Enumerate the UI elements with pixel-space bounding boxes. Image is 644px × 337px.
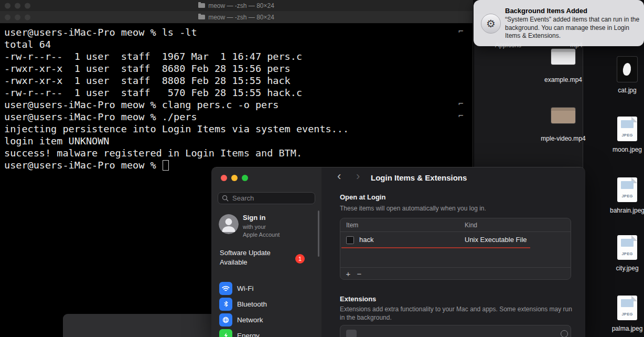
terminal-line: -rw-r--r-- 1 user staff 1967 Mar 1 16:47… (4, 50, 349, 62)
file-item[interactable]: JPEGcity.jpeg (606, 235, 644, 272)
sidebar-item-label: Bluetooth (237, 300, 267, 308)
file-item[interactable]: JPEGmoon.jpeg (606, 117, 644, 153)
minimize-button[interactable] (15, 14, 20, 20)
sidebar-item-label: Wi-Fi (237, 285, 253, 292)
sidebar-scrollbar[interactable] (318, 210, 319, 257)
file-label: cat.jpg (618, 87, 636, 94)
sidebar-item-network[interactable]: Network (211, 312, 318, 327)
settings-gear-icon: ⚙ (481, 14, 501, 34)
jpeg-badge-label: JPEG (617, 312, 637, 317)
open-at-login-desc: These items will open automatically when… (340, 204, 573, 213)
file-label: city.jpeg (616, 265, 638, 272)
notification-banner[interactable]: ⚙ Background Items Added “System Events”… (474, 0, 644, 46)
image-thumbnail (617, 57, 637, 82)
sidebar-item-sign-in[interactable]: Sign in with your Apple Account (211, 212, 318, 242)
prompt-mark: ⌐ (458, 99, 464, 109)
row-item-kind: Unix Executable File (465, 236, 527, 244)
sidebar-item-label: Energy (237, 332, 260, 337)
jpeg-file-icon: JPEG (617, 235, 637, 260)
executable-icon (346, 236, 354, 244)
jpeg-badge-label: JPEG (617, 133, 637, 138)
extensions-card (340, 325, 571, 337)
system-settings-window[interactable]: Sign in with your Apple Account Software… (211, 167, 585, 337)
notification-body: “System Events” added items that can run… (505, 16, 640, 40)
file-item[interactable]: JPEGpalma.jpeg (606, 296, 644, 332)
column-header-item: Item (346, 222, 358, 229)
search-input[interactable] (231, 194, 311, 203)
search-icon (222, 195, 229, 202)
window-controls[interactable] (5, 14, 30, 20)
terminal-line: user@users-iMac-Pro meow % ./pers (4, 111, 349, 123)
terminal-line: login item UNKNOWN (4, 135, 349, 147)
bluetooth-icon (219, 298, 232, 311)
folder-icon (198, 15, 205, 19)
add-item-button[interactable]: + (344, 269, 353, 278)
settings-sidebar: Sign in with your Apple Account Software… (211, 167, 322, 337)
terminal-line: total 64 (4, 38, 349, 50)
sign-in-sub2: Apple Account (243, 231, 280, 238)
software-update-line1: Software Update (220, 249, 271, 257)
terminal-line: -rwxr-xr-x 1 user staff 8808 Feb 28 15:5… (4, 75, 349, 87)
jpeg-badge-label: JPEG (617, 194, 637, 198)
video-thumbnail (551, 49, 575, 65)
gear-glyph: ⚙ (486, 17, 496, 30)
search-field[interactable] (218, 192, 315, 204)
desktop: { "terminal": { "tabs": ["meow — -zsh — … (0, 0, 644, 337)
sidebar-item-label: Network (237, 316, 263, 324)
video-thumbnail (551, 108, 575, 123)
thumbnail-header (551, 108, 575, 111)
close-button[interactable] (221, 175, 227, 181)
file-item[interactable]: cat.jpg (606, 57, 644, 94)
forward-chevron-icon[interactable]: › (356, 171, 360, 182)
bolt-icon (219, 329, 232, 337)
prompt-mark: ⌐ (458, 111, 464, 121)
terminal-line: -rwxr-xr-x 1 user staff 8680 Feb 28 15:5… (4, 62, 349, 75)
minimize-button[interactable] (231, 175, 238, 181)
terminal-cursor (163, 160, 169, 171)
terminal-line: injecting persistence into Login Items v… (4, 123, 349, 135)
minimize-button[interactable] (15, 3, 20, 8)
sidebar-item-energy[interactable]: Energy (211, 328, 318, 337)
jpeg-preview (621, 299, 634, 307)
file-item[interactable]: example.mp4 (542, 49, 584, 83)
window-controls[interactable] (5, 3, 30, 8)
file-label: bahrain.jpeg (610, 207, 644, 214)
wifi-icon (219, 282, 232, 295)
file-item[interactable]: JPEGbahrain.jpeg (606, 177, 644, 214)
terminal-title-back: meow — -zsh — 80×24 (208, 2, 274, 9)
extensions-desc: Extensions add extra functionality to yo… (340, 305, 573, 322)
remove-item-button[interactable]: − (355, 269, 364, 278)
terminal-line: -rw-r--r-- 1 user staff 570 Feb 28 15:55… (4, 87, 349, 99)
zoom-button[interactable] (25, 14, 30, 20)
file-item[interactable]: mple-video.mp4 (542, 108, 584, 142)
jpeg-badge-label: JPEG (617, 251, 637, 256)
folder-icon (198, 3, 205, 8)
jpeg-preview (621, 239, 634, 247)
back-chevron-icon[interactable]: ‹ (337, 171, 341, 182)
sidebar-item-bluetooth[interactable]: Bluetooth (211, 297, 318, 311)
divider (340, 267, 571, 268)
update-count-badge: 1 (295, 254, 305, 264)
background-window-edge[interactable] (63, 314, 227, 337)
avatar (219, 214, 239, 234)
sign-in-title: Sign in (243, 214, 265, 222)
terminal-titlebar-front[interactable]: meow — -zsh — 80×24 (0, 11, 473, 24)
extension-icon (346, 330, 357, 337)
sidebar-item-software-update[interactable]: Software Update Available 1 (211, 248, 318, 271)
table-row[interactable]: hack Unix Executable File (340, 232, 571, 247)
window-controls[interactable] (221, 175, 248, 181)
terminal-titlebar-back[interactable]: meow — -zsh — 80×24 (0, 0, 473, 11)
close-button[interactable] (5, 14, 10, 20)
column-header-kind: Kind (465, 222, 477, 229)
info-circle-icon[interactable] (561, 330, 568, 337)
sidebar-item-wi-fi[interactable]: Wi-Fi (211, 281, 318, 296)
cat-silhouette (622, 62, 631, 76)
settings-main-pane: ‹ › Login Items & Extensions Open at Log… (321, 167, 585, 337)
zoom-button[interactable] (242, 175, 248, 181)
close-button[interactable] (5, 3, 10, 8)
jpeg-preview (621, 120, 634, 128)
file-label: example.mp4 (544, 76, 582, 83)
extensions-title: Extensions (340, 295, 376, 303)
open-at-login-card: Item Kind hack Unix Executable File + − (340, 218, 571, 280)
zoom-button[interactable] (25, 3, 30, 8)
